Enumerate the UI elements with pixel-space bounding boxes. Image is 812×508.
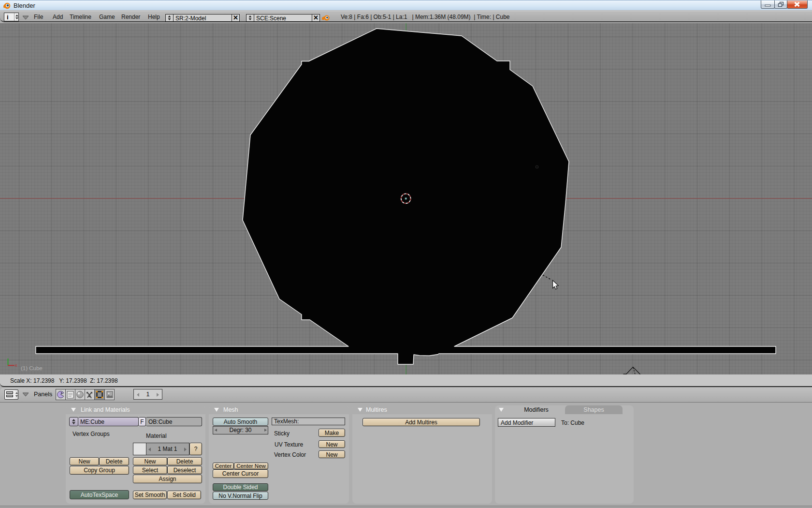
svg-text:x: x [15, 363, 17, 368]
